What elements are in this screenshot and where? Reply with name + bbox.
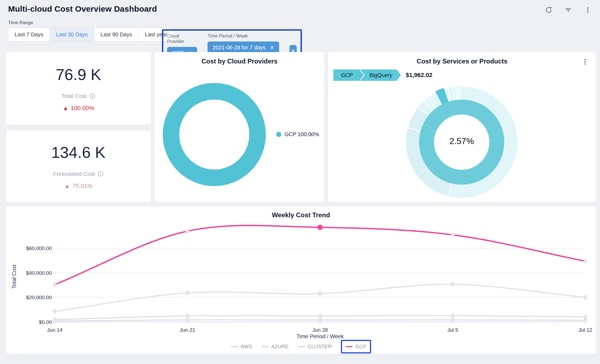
legend-dash-icon xyxy=(231,346,238,347)
data-point-aws[interactable] xyxy=(186,318,189,322)
info-icon[interactable] xyxy=(90,93,95,99)
donut-slice-gcp[interactable] xyxy=(171,91,258,178)
total-cost-delta: 100.00% xyxy=(71,105,94,112)
sunburst-highlight-bigquery[interactable] xyxy=(439,95,446,98)
up-triangle-icon: ▲ xyxy=(63,105,69,112)
cost-by-providers-card: Cost by Cloud Providers GCP 100.00% xyxy=(155,52,324,202)
providers-legend-label: GCP 100.00% xyxy=(285,131,319,138)
cost-by-services-card: Cost by Services or Products GCP BigQuer… xyxy=(328,52,596,202)
data-point-gcp[interactable] xyxy=(53,282,57,287)
legend-item-aws[interactable]: AWS xyxy=(231,344,252,350)
services-sunburst-chart[interactable] xyxy=(328,52,596,202)
legend-dash-icon xyxy=(346,346,353,347)
data-point-cluster[interactable] xyxy=(53,309,57,314)
data-point-gcp[interactable] xyxy=(186,229,189,234)
time-period-chip-text: 2021-06-28 for 7 days xyxy=(212,44,266,51)
time-range-last-30-days[interactable]: Last 30 Days xyxy=(50,28,94,41)
trend-legend: AWS AZURE CLUSTER GCP xyxy=(6,340,596,353)
up-triangle-icon: ▲ xyxy=(64,183,70,190)
cloud-provider-label: Cloud Provider xyxy=(167,33,197,44)
page-header: Multi-cloud Cost Overview Dashboard xyxy=(0,0,600,14)
legend-label-cluster: CLUSTER xyxy=(308,344,332,350)
y-tick-label: $40,000.00 xyxy=(26,270,52,276)
time-range-last-90-days[interactable]: Last 90 Days xyxy=(94,28,139,41)
weekly-cost-trend-card: Weekly Cost Trend Total Cost $0.00$20,00… xyxy=(6,206,596,354)
forecasted-cost-label: Forecasted Cost xyxy=(53,171,95,177)
time-range-segmented-control: Last 7 Days Last 30 Days Last 90 Days La… xyxy=(8,28,174,41)
data-point-cluster[interactable] xyxy=(186,290,189,295)
legend-dot-icon xyxy=(276,132,281,137)
x-tick-label: Jun 14 xyxy=(47,327,62,333)
data-point-gcp[interactable] xyxy=(583,259,587,263)
time-period-chip[interactable]: 2021-06-28 for 7 days ✕ xyxy=(208,41,279,53)
x-tick-label: Jul 5 xyxy=(447,327,458,333)
filter-bar: Time Range Last 7 Days Last 30 Days Last… xyxy=(0,14,600,52)
legend-label-gcp: GCP xyxy=(355,344,366,350)
trend-x-axis-title: Time Period / Week xyxy=(296,333,344,340)
data-point-gcp[interactable] xyxy=(451,232,455,237)
data-point-azure[interactable] xyxy=(451,313,455,318)
data-point-aws[interactable] xyxy=(451,318,455,322)
info-icon[interactable] xyxy=(98,171,104,177)
x-tick-label: Jul 12 xyxy=(579,327,592,333)
x-tick-label: Jun 28 xyxy=(312,327,328,333)
data-point-azure[interactable] xyxy=(186,314,189,318)
providers-legend-item[interactable]: GCP 100.00% xyxy=(276,131,319,138)
data-point-azure[interactable] xyxy=(318,314,322,318)
data-point-cluster[interactable] xyxy=(451,282,455,287)
sunburst-divider xyxy=(460,85,461,100)
top-cards-row: 76.9 K Total Cost ▲ 100.00% 134.6 K Fore… xyxy=(6,52,596,202)
total-cost-label: Total Cost xyxy=(61,93,87,99)
y-tick-label: $60,000.00 xyxy=(26,245,52,251)
refresh-icon[interactable] xyxy=(545,7,552,14)
legend-item-cluster[interactable]: CLUSTER xyxy=(298,344,332,350)
kpi-column: 76.9 K Total Cost ▲ 100.00% 134.6 K Fore… xyxy=(6,52,151,202)
time-period-label: Time Period / Week xyxy=(208,33,279,39)
data-point-aws[interactable] xyxy=(318,318,322,322)
data-point-azure[interactable] xyxy=(53,317,57,322)
series-line-cluster[interactable] xyxy=(55,284,585,311)
providers-donut-chart[interactable] xyxy=(155,52,324,202)
y-tick-label: $0.00 xyxy=(39,319,52,325)
x-tick-label: Jun 21 xyxy=(180,327,195,333)
data-point-azure[interactable] xyxy=(583,314,587,319)
filter-icon[interactable] xyxy=(565,7,572,14)
total-cost-card: 76.9 K Total Cost ▲ 100.00% xyxy=(6,52,151,125)
trend-line-chart[interactable]: $0.00$20,000.00$40,000.00$60,000.00Jun 1… xyxy=(6,206,596,354)
series-line-gcp[interactable] xyxy=(55,225,585,285)
total-cost-value: 76.9 K xyxy=(56,65,101,84)
kebab-menu-icon[interactable] xyxy=(584,7,591,14)
legend-item-azure[interactable]: AZURE xyxy=(261,344,289,350)
time-range-last-7-days[interactable]: Last 7 Days xyxy=(8,28,50,41)
legend-dash-icon xyxy=(298,346,305,347)
page-title: Multi-cloud Cost Overview Dashboard xyxy=(8,4,157,14)
forecasted-cost-value: 134.6 K xyxy=(51,143,106,161)
data-point-cluster[interactable] xyxy=(318,291,322,296)
legend-label-azure: AZURE xyxy=(271,344,289,350)
legend-label-aws: AWS xyxy=(241,344,252,350)
data-point-cluster[interactable] xyxy=(583,295,587,300)
close-icon[interactable]: ✕ xyxy=(270,45,274,50)
legend-item-gcp[interactable]: GCP xyxy=(346,344,366,350)
legend-dash-icon xyxy=(261,346,269,347)
forecasted-cost-card: 134.6 K Forecasted Cost ▲ 75.01% xyxy=(6,130,151,202)
time-range-label: Time Range xyxy=(8,20,33,25)
header-toolbar xyxy=(545,7,591,14)
data-point-highlight-gcp[interactable] xyxy=(317,225,323,230)
sunburst-center-label: 2.57% xyxy=(440,136,483,146)
y-tick-label: $20,000.00 xyxy=(26,295,52,300)
time-period-filter-group: Time Period / Week 2021-06-28 for 7 days… xyxy=(208,33,279,53)
forecasted-cost-delta: 75.01% xyxy=(72,183,93,190)
annotation-box-gcp-legend: GCP xyxy=(341,340,371,353)
